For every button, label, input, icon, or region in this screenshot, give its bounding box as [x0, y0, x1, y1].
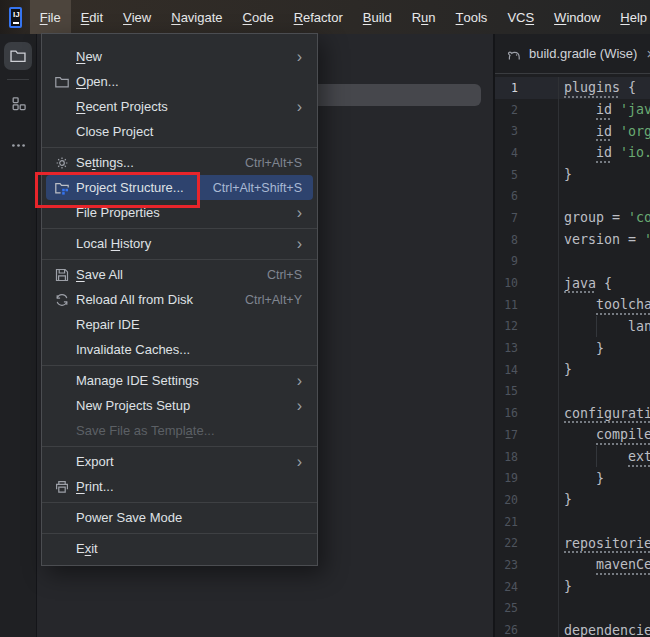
tab-close-icon[interactable]: ×: [644, 46, 650, 61]
menu-item-label: Print...: [76, 479, 114, 494]
line-number: 1: [495, 77, 559, 99]
menubar-item[interactable]: Build: [353, 0, 402, 34]
menu-item-label: Manage IDE Settings: [76, 373, 199, 388]
menubar: IJ File Edit View Navigate Code Refactor…: [0, 0, 650, 34]
menu-item-local-history[interactable]: Local History ›: [42, 231, 317, 256]
code-line: 21: [495, 511, 650, 533]
code-line: 5 }: [495, 164, 650, 186]
code-line: 23 mavenCe: [495, 554, 650, 576]
code-line: 2 id 'jav: [495, 99, 650, 121]
line-number: 8: [495, 229, 559, 251]
code-text: group = 'co: [559, 207, 650, 229]
menu-item-recent-projects[interactable]: Recent Projects ›: [42, 94, 317, 119]
menu-item-label: Close Project: [76, 124, 153, 139]
menu-item-new-projects-setup[interactable]: New Projects Setup ›: [42, 393, 317, 418]
menubar-item[interactable]: Help: [610, 0, 650, 34]
printer-icon: [54, 479, 76, 495]
menu-item-file-properties[interactable]: File Properties ›: [42, 200, 317, 225]
code-text: id 'jav: [559, 99, 650, 121]
menu-separator: [42, 365, 317, 366]
line-number: 26: [495, 619, 559, 637]
code-line: 3 id 'org: [495, 120, 650, 142]
menu-item-export[interactable]: Export ›: [42, 449, 317, 474]
menu-item-manage-ide-settings[interactable]: Manage IDE Settings ›: [42, 368, 317, 393]
project-tool-button[interactable]: [4, 42, 32, 70]
menu-item-print[interactable]: Print...: [42, 474, 317, 499]
code-text: id 'org: [559, 120, 650, 142]
menu-item-shortcut: Ctrl+S: [267, 268, 302, 282]
menubar-items: File Edit View Navigate Code Refactor Bu…: [30, 0, 650, 34]
menubar-item[interactable]: View: [113, 0, 161, 34]
menubar-item[interactable]: File: [30, 0, 71, 34]
menu-item-new[interactable]: New ›: [42, 44, 317, 69]
code-text: [559, 511, 650, 533]
code-line: 6: [495, 185, 650, 207]
menu-item-exit[interactable]: Exit: [42, 536, 317, 561]
menubar-item[interactable]: Refactor: [284, 0, 353, 34]
code-text: version = ': [559, 229, 650, 251]
code-editor[interactable]: 1 plugins { 2 id 'jav 3 id 'org 4 id 'io…: [495, 75, 650, 637]
more-icon: [10, 137, 27, 154]
menu-item-label: Power Save Mode: [76, 510, 182, 525]
line-number: 18: [495, 446, 559, 468]
code-text: }: [559, 576, 650, 598]
menubar-item[interactable]: Edit: [71, 0, 113, 34]
menu-item-shortcut: Ctrl+Alt+S: [245, 156, 302, 170]
menu-item-project-structure[interactable]: Project Structure... Ctrl+Alt+Shift+S: [46, 175, 313, 200]
menu-item-label: Invalidate Caches...: [76, 342, 190, 357]
code-line: 9: [495, 251, 650, 273]
stripe-divider: [7, 79, 29, 80]
menu-item-power-save-mode[interactable]: Power Save Mode: [42, 505, 317, 530]
menubar-item[interactable]: Navigate: [161, 0, 232, 34]
code-line: 25: [495, 598, 650, 620]
menu-item-label: New Projects Setup: [76, 398, 190, 413]
menu-item-label: Reload All from Disk: [76, 292, 193, 307]
code-line: 20 }: [495, 489, 650, 511]
menu-item-invalidate-caches[interactable]: Invalidate Caches...: [42, 337, 317, 362]
editor-tab-bar: build.gradle (Wise) ×: [495, 34, 650, 74]
menu-item-close-project[interactable]: Close Project: [42, 119, 317, 144]
menu-item-open[interactable]: Open...: [42, 69, 317, 94]
file-menu-dropdown: New › Open... Recent Projects › Close Pr…: [41, 33, 318, 566]
code-line: 18 ext: [495, 446, 650, 468]
code-line: 11 toolcha: [495, 294, 650, 316]
more-tool-windows-button[interactable]: [4, 131, 32, 159]
code-text: configurati: [559, 402, 650, 424]
menubar-item[interactable]: Run: [402, 0, 446, 34]
code-text: mavenCe: [559, 554, 650, 576]
code-line: 26 dependencie: [495, 619, 650, 637]
menubar-item[interactable]: Tools: [446, 0, 498, 34]
menubar-item[interactable]: Window: [544, 0, 610, 34]
menubar-item[interactable]: VCS: [497, 0, 544, 34]
line-number: 25: [495, 598, 559, 620]
panel-editor-divider[interactable]: [493, 34, 495, 637]
line-number: 6: [495, 185, 559, 207]
menu-item-settings[interactable]: Settings... Ctrl+Alt+S: [42, 150, 317, 175]
modules-tool-button[interactable]: [4, 89, 32, 117]
menu-separator: [42, 228, 317, 229]
tab-build-gradle[interactable]: build.gradle (Wise) ×: [495, 34, 650, 73]
code-text: plugins {: [559, 77, 650, 99]
tab-label: build.gradle (Wise): [529, 46, 637, 61]
menu-item-save-file-as-template: Save File as Template...: [42, 418, 317, 443]
menubar-item[interactable]: Code: [233, 0, 284, 34]
menu-item-label: File Properties: [76, 205, 160, 220]
code-line: 8 version = ': [495, 229, 650, 251]
code-text: dependencie: [559, 619, 650, 637]
code-text: lan: [559, 316, 650, 338]
code-line: 19 }: [495, 467, 650, 489]
menu-item-label: Exit: [76, 541, 98, 556]
menu-item-reload-all-from-disk[interactable]: Reload All from Disk Ctrl+Alt+Y: [42, 287, 317, 312]
line-number: 14: [495, 359, 559, 381]
line-number: 20: [495, 489, 559, 511]
menu-item-save-all[interactable]: Save All Ctrl+S: [42, 262, 317, 287]
line-number: 11: [495, 294, 559, 316]
line-number: 22: [495, 532, 559, 554]
code-line: 22 repositorie: [495, 532, 650, 554]
intellij-window: { "glyphs": { "submenu": "›", "close": "…: [0, 0, 650, 637]
code-text: }: [559, 164, 650, 186]
code-text: id 'io.: [559, 142, 650, 164]
menu-item-repair-ide[interactable]: Repair IDE: [42, 312, 317, 337]
menu-item-label: Project Structure...: [76, 180, 184, 195]
line-number: 24: [495, 576, 559, 598]
